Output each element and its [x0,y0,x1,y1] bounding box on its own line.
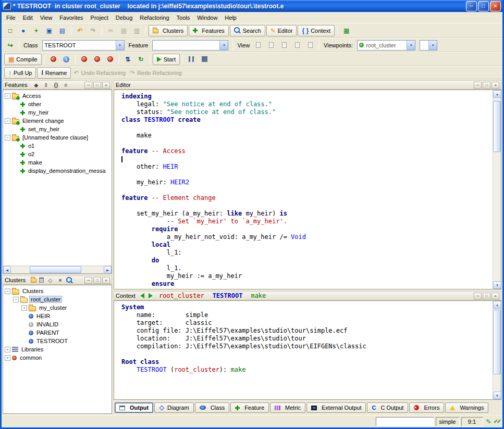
pull-up-button[interactable]: ↑ Pull Up [4,67,36,79]
freeze-button[interactable] [78,54,90,65]
new-window-button[interactable]: □ [4,25,16,36]
finalize-button[interactable] [91,54,103,65]
diamond-icon[interactable]: ◆ [32,82,40,88]
paste-button[interactable]: ▥ [131,25,143,36]
editor-maximize-button[interactable]: □ [483,82,490,89]
viewpoints-combo[interactable]: root_cluster ▼ [357,40,415,51]
menu-view[interactable]: View [36,14,56,22]
menu-edit[interactable]: Edit [19,14,36,22]
sort-icon[interactable]: ⇕ [42,82,50,88]
redo-button[interactable]: ↷ [87,25,99,36]
tab-diagram[interactable]: Diagram [154,402,194,413]
collapse-icon[interactable]: − [5,135,10,141]
context-maximize-button[interactable]: □ [483,293,490,299]
tab-feature[interactable]: Feature [230,402,269,413]
tab-external-output[interactable]: External Output [306,402,366,413]
rename-button[interactable]: I Rename [37,67,71,79]
tree-item-my-cluster[interactable]: +my_cluster [4,304,111,312]
add-cluster-button[interactable] [31,277,36,283]
layout-button[interactable]: ▦ [340,25,352,36]
viewpoint-extra-combo[interactable]: ▼ [420,40,437,51]
viewpoints-combo-arrow[interactable]: ▼ [407,41,415,50]
undo-button[interactable]: ↶ [74,25,86,36]
tree-item-o1[interactable]: o1 [4,142,111,150]
tree-item-o2[interactable]: o2 [4,150,111,158]
scroll-up-button[interactable]: ▲ [493,90,501,98]
melt-button[interactable] [47,54,59,65]
context-content[interactable]: System name: simple target: classic conf… [114,301,493,399]
class-combo-arrow[interactable]: ▼ [116,41,124,50]
tree-item-display-demonstration-messa[interactable]: display_demonstration_messa [4,167,111,175]
context-tool-button[interactable]: { } Context [298,25,335,36]
search-tool-button[interactable]: Search [230,25,265,36]
export-xmi-button[interactable]: ⇅ [122,54,134,65]
collapse-icon[interactable]: − [5,118,10,124]
vscroll-thumb[interactable] [493,310,501,374]
scroll-right-button[interactable]: ▶ [104,266,112,274]
collapse-icon[interactable]: − [5,288,10,294]
context-vscrollbar[interactable]: ▲ ▼ [493,301,501,399]
tree-item-common[interactable]: +common [4,354,111,362]
features-close-button[interactable]: × [102,82,110,89]
tab-errors[interactable]: ×Errors [409,402,444,413]
clusters-maximize-button[interactable]: □ [93,277,101,284]
tab-output[interactable]: Output [115,402,153,413]
menu-tools[interactable]: Tools [173,14,194,22]
history-back-button[interactable] [140,293,144,298]
feature-combo-arrow[interactable]: ▼ [219,41,228,50]
braces-icon[interactable]: {} [52,82,59,88]
tree-item-set-my-heir[interactable]: set_my_heir [4,125,111,133]
send-to-new-window-button[interactable]: ↪ [4,40,16,51]
features-tool-button[interactable]: Features [189,25,228,36]
maximize-button[interactable]: □ [478,1,489,11]
close-button[interactable]: × [490,1,501,11]
tree-item-heir[interactable]: HEIR [4,312,111,320]
tree-item-invalid[interactable]: INVALID [4,320,111,329]
vscroll-track[interactable] [493,98,501,281]
vscroll-thumb[interactable] [493,101,501,152]
breadcrumb-testroot[interactable]: TESTROOT [213,292,243,299]
tab-c-output[interactable]: CC Output [367,402,408,413]
scroll-down-button[interactable]: ▼ [493,392,501,399]
compilation-info-button[interactable]: i [60,54,72,65]
clusters-minimize-button[interactable]: ─ [84,277,92,284]
delete-button[interactable] [39,277,44,283]
tab-warnings[interactable]: Warnings [445,402,488,413]
hscroll-thumb[interactable] [30,266,82,273]
features-maximize-button[interactable]: □ [93,82,101,89]
open-file-button[interactable]: ● [17,25,29,36]
scroll-left-button[interactable]: ◀ [3,266,11,274]
refresh-button[interactable]: ↻ [135,54,147,65]
class-combo[interactable]: TESTROOT ▼ [42,40,125,51]
cut-button[interactable]: ✂ [105,25,117,36]
editor-close-button[interactable]: × [491,82,499,89]
breadcrumb-make[interactable]: make [251,292,266,299]
features-tree[interactable]: −Accessothermy_heir−Element changeset_my… [3,90,112,266]
search-cluster-button[interactable] [66,277,73,284]
context-close-button[interactable]: × [491,293,499,299]
collapse-icon[interactable]: − [13,297,19,302]
save-all-button[interactable]: ▤ [56,25,68,36]
scroll-down-button[interactable]: ▼ [493,281,501,289]
menu-debug[interactable]: Debug [112,14,136,22]
save-button[interactable]: ▣ [43,25,55,36]
clusters-tool-button[interactable]: Clusters [149,25,188,36]
diamond-outline-icon[interactable]: ◇ [46,277,54,283]
copy-button[interactable]: ▤ [118,25,130,36]
tree-item-my-heir[interactable]: my_heir [4,108,111,117]
editor-code-area[interactable]: indexing legal: "See notice at end of cl… [114,90,493,289]
clickable-view-button[interactable] [265,40,277,51]
scroll-up-button[interactable]: ▲ [493,301,501,309]
tree-item-parent[interactable]: PARENT [4,329,111,337]
menu-favorites[interactable]: Favorites [56,14,87,22]
editor-minimize-button[interactable]: ─ [474,82,482,89]
tree-item-clusters[interactable]: −Clusters [4,287,111,295]
menu-file[interactable]: File [3,14,19,22]
feature-combo[interactable]: ▼ [152,40,228,51]
tree-item-make[interactable]: make [4,158,111,167]
tree-item-root-cluster[interactable]: −root_cluster [4,295,111,304]
context-minimize-button[interactable]: ─ [474,293,482,299]
list-icon[interactable]: ≡ [62,82,69,88]
remove-icon[interactable]: × [56,277,64,283]
start-button[interactable]: Start [153,54,180,65]
